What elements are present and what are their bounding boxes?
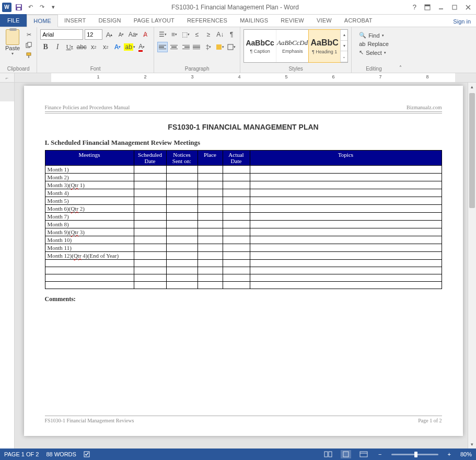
scroll-thumb[interactable] [469,93,475,208]
font-color-icon[interactable]: A▾ [136,42,147,52]
style-heading1[interactable]: AaBbC ¶ Heading 1 [308,29,341,63]
style-emphasis[interactable]: AaBbCcDd Emphasis [276,30,309,62]
strike-button[interactable]: abc [76,42,87,52]
print-layout-icon[interactable] [341,450,351,458]
styles-label: Styles [243,65,348,72]
underline-button[interactable]: U▾ [64,42,75,52]
align-center-icon[interactable] [169,42,179,52]
page-status[interactable]: PAGE 1 OF 2 [4,451,39,457]
tab-home[interactable]: HOME [27,15,58,27]
paste-button[interactable]: Paste ▾ [3,29,22,56]
group-clipboard: Paste ▾ ✂ Clipboard [0,27,37,73]
svg-rect-4 [425,5,430,6]
ribbon-display-icon[interactable] [422,2,433,13]
tab-mailings[interactable]: MAILINGS [234,14,274,27]
show-marks-icon[interactable]: ¶ [226,29,237,40]
italic-button[interactable]: I [52,42,63,52]
line-spacing-icon[interactable]: ‡▾ [203,42,214,52]
text-effects-icon[interactable]: A▾ [112,42,123,52]
word-count[interactable]: 88 WORDS [46,451,76,457]
align-right-icon[interactable] [180,42,191,52]
sign-in-link[interactable]: Sign in [448,16,476,27]
vertical-scrollbar[interactable]: ▴ ▾ [468,83,476,448]
zoom-out-icon[interactable]: − [376,451,384,457]
group-editing: 🔍Find ▾ abReplace ↖Select ▾ Editing [352,27,396,73]
ribbon: Paste ▾ ✂ Clipboard A▴ A▾ Aa▾ A̷ [0,27,476,73]
styles-scroll: ▴ ▾ ⌄ [340,30,347,62]
save-icon[interactable] [15,3,23,12]
find-icon: 🔍 [359,32,366,39]
shading-icon[interactable]: ▾ [215,42,225,52]
tab-review[interactable]: REVIEW [274,14,310,27]
ruler-horizontal[interactable]: ⌐ 1 2 3 4 5 6 7 8 [0,73,476,83]
tab-file[interactable]: FILE [0,14,27,27]
styles-more-icon[interactable]: ⌄ [341,51,347,62]
font-name-input[interactable] [40,29,83,40]
table-row: Month 7) [45,213,442,221]
tab-insert[interactable]: INSERT [58,14,92,27]
shrink-font-icon[interactable]: A▾ [116,29,126,40]
redo-icon[interactable]: ↷ [38,3,46,12]
tab-design[interactable]: DESIGN [92,14,127,27]
minimize-icon[interactable] [435,2,447,13]
collapse-ribbon-icon[interactable]: ˄ [399,65,402,71]
table-row: Month 1) [45,166,442,174]
word-app-icon: W [2,3,11,12]
undo-icon[interactable]: ↶ [26,3,34,12]
font-size-input[interactable] [85,29,102,40]
multilevel-icon[interactable]: ⬚▾ [180,29,191,40]
tab-selector-icon[interactable]: ⌐ [0,73,15,82]
dec-indent-icon[interactable]: ≤ [192,29,202,40]
table-row [45,274,442,282]
styles-down-icon[interactable]: ▾ [341,41,347,52]
bold-button[interactable]: B [40,42,51,52]
replace-button[interactable]: abReplace [358,40,390,48]
zoom-slider[interactable] [391,454,438,455]
document-page[interactable]: Finance Policies and Procedures Manual B… [24,86,463,436]
select-button[interactable]: ↖Select ▾ [358,49,390,56]
maximize-icon[interactable] [449,2,460,13]
tab-view[interactable]: VIEW [310,14,338,27]
subscript-button[interactable]: x2 [88,42,99,52]
borders-icon[interactable]: ▾ [226,42,237,52]
zoom-in-icon[interactable]: + [446,451,453,457]
ruler-vertical[interactable] [0,83,15,448]
format-painter-icon[interactable] [24,51,33,60]
zoom-level[interactable]: 80% [460,451,472,457]
clear-format-icon[interactable]: A̷ [140,29,150,40]
col-meetings: Meetings [45,151,134,166]
tab-page-layout[interactable]: PAGE LAYOUT [127,14,181,27]
tab-references[interactable]: REFERENCES [181,14,234,27]
copy-icon[interactable] [24,41,33,49]
spell-check-icon[interactable] [84,451,91,458]
change-case-icon[interactable]: Aa▾ [128,29,138,40]
read-mode-icon[interactable] [323,450,333,458]
scroll-up-icon[interactable]: ▴ [468,83,476,91]
scroll-down-icon[interactable]: ▾ [468,440,476,448]
web-layout-icon[interactable] [358,450,369,458]
tab-acrobat[interactable]: ACROBAT [338,14,379,27]
table-row: Month 3)(Qtr 1) [45,181,442,189]
align-left-icon[interactable] [157,42,168,52]
find-button[interactable]: 🔍Find ▾ [358,31,390,39]
quick-access-toolbar: W ↶ ↷ ▾ [2,3,57,12]
close-icon[interactable] [462,2,474,13]
paste-icon [6,29,19,45]
col-topics: Topics [250,151,442,166]
superscript-button[interactable]: x2 [100,42,111,52]
sort-icon[interactable]: A↓ [215,29,225,40]
svg-rect-14 [228,44,233,50]
comments-label: Comments: [45,295,442,303]
qat-customize-icon[interactable]: ▾ [49,3,57,12]
help-icon[interactable]: ? [413,3,420,11]
inc-indent-icon[interactable]: ≥ [203,29,214,40]
styles-up-icon[interactable]: ▴ [341,30,347,41]
justify-icon[interactable] [192,42,202,52]
bullets-icon[interactable]: ☰▾ [157,29,168,40]
highlight-icon[interactable]: ab▾ [124,42,135,52]
svg-rect-2 [17,8,20,10]
style-caption[interactable]: AaBbCc ¶ Caption [244,30,276,62]
cut-icon[interactable]: ✂ [24,30,33,39]
numbering-icon[interactable]: ≡▾ [169,29,179,40]
grow-font-icon[interactable]: A▴ [104,29,114,40]
